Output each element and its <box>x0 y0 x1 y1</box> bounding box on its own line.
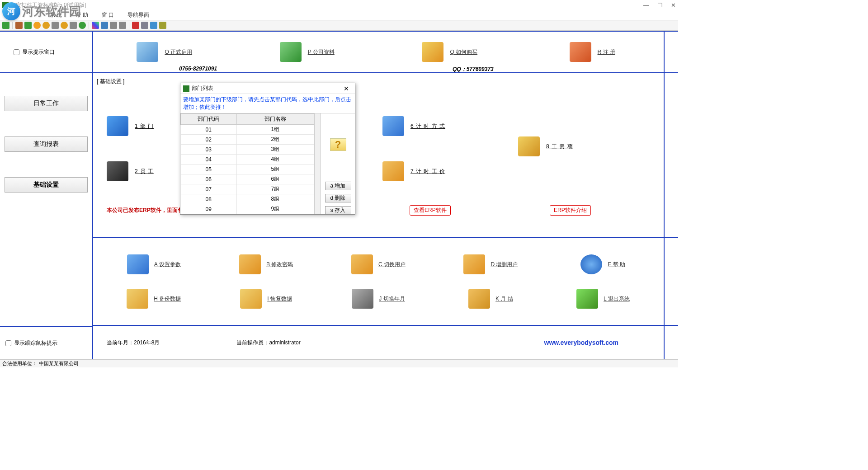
table-row[interactable]: 022组 <box>181 135 314 145</box>
tool-icon[interactable] <box>24 22 32 29</box>
show-hint-checkbox[interactable]: 显示提示窗口 <box>14 48 55 56</box>
tool-icon[interactable] <box>110 22 117 29</box>
dialog-help-icon[interactable]: ? <box>330 138 346 151</box>
nav-backup[interactable]: H 备份数据 <box>98 282 210 316</box>
tool-icon[interactable] <box>70 22 77 29</box>
tool-icon[interactable] <box>52 22 59 29</box>
table-row[interactable]: 099组 <box>181 204 314 214</box>
col-code: 部门代码 <box>181 114 237 125</box>
department-list-dialog: 部门列表 ✕ 要增加某部门的下级部门，请先点击某部门代码，选中此部门，后点击增加… <box>180 83 355 215</box>
restore-icon <box>240 289 262 309</box>
erp-intro-button[interactable]: ERP软件介绍 <box>550 205 591 216</box>
erp-view-button[interactable]: 查看ERP软件 <box>410 205 451 216</box>
dialog-icon <box>183 85 189 92</box>
table-row[interactable]: 088组 <box>181 194 314 204</box>
watermark-logo: 河 河东软件园 <box>2 2 81 20</box>
show-mouse-checkbox[interactable]: 显示跟踪鼠标提示 <box>5 339 57 347</box>
nav-department[interactable]: 1 部 门 <box>107 116 154 136</box>
tool-icon[interactable] <box>150 22 157 29</box>
nav-restore[interactable]: I 恢复数据 <box>210 282 322 316</box>
nav-employee[interactable]: 2 员 工 <box>107 161 154 181</box>
nav-buy[interactable]: Q 如何购买 <box>378 32 521 72</box>
nav-switch-user[interactable]: C 切换用户 <box>322 247 434 282</box>
tool-icon[interactable] <box>79 22 86 29</box>
switch-user-icon <box>351 254 373 274</box>
timing-icon <box>382 116 404 136</box>
sidebar-btn-daily[interactable]: 日常工作 <box>5 96 88 111</box>
menu-nav[interactable]: 导航界面 <box>127 11 149 19</box>
help-icon <box>580 254 602 274</box>
nav-salary-item[interactable]: 8 工 资 项 <box>518 136 573 156</box>
nav-timing-method[interactable]: 6 计 时 方 式 <box>382 116 445 136</box>
table-row[interactable]: 044组 <box>181 155 314 164</box>
tool-icon[interactable] <box>132 22 139 29</box>
table-row[interactable]: 1010组 <box>181 214 314 215</box>
month-icon <box>468 289 490 309</box>
tool-icon[interactable] <box>141 22 148 29</box>
nav-help[interactable]: E 帮 助 <box>547 247 659 282</box>
phone-label: 0755-82971091 <box>179 66 217 72</box>
tool-icon[interactable] <box>42 22 50 29</box>
register-icon <box>570 42 591 62</box>
col-name: 部门名称 <box>236 114 314 125</box>
nav-manage-user[interactable]: D 增删用户 <box>434 247 547 282</box>
company-icon <box>280 42 302 62</box>
table-row[interactable]: 055组 <box>181 164 314 174</box>
calendar-icon <box>352 289 373 309</box>
tool-icon[interactable] <box>119 22 126 29</box>
sidebar-btn-report[interactable]: 查询报表 <box>5 136 88 152</box>
delete-button[interactable]: d 删除 <box>325 194 351 202</box>
save-button[interactable]: s 存入 <box>325 206 351 214</box>
tool-icon[interactable] <box>61 22 68 29</box>
statusbar: 合法使用单位：中国某某有限公司 <box>0 359 678 367</box>
ym-label: 当前年月： <box>107 339 134 347</box>
salary-icon <box>518 136 540 156</box>
department-icon <box>107 116 128 136</box>
op-value: administrator <box>269 339 300 346</box>
nav-exit[interactable]: L 退出系统 <box>547 282 659 316</box>
close-button[interactable]: ✕ <box>671 2 676 9</box>
activate-icon <box>137 42 158 62</box>
table-row[interactable]: 066组 <box>181 174 314 184</box>
nav-company[interactable]: P 公司资料 <box>236 32 379 72</box>
table-row[interactable]: 011组 <box>181 125 314 135</box>
tool-icon[interactable] <box>101 22 108 29</box>
nav-timing-price[interactable]: 7 计 时 工 价 <box>382 161 445 181</box>
tool-icon[interactable] <box>2 22 9 29</box>
section-title: [ 基础设置 ] <box>94 74 127 89</box>
employee-icon <box>107 161 128 181</box>
toolbar <box>0 20 678 31</box>
table-row[interactable]: 033组 <box>181 145 314 155</box>
settings-icon <box>127 254 149 274</box>
nav-switch-ym[interactable]: J 切换年月 <box>322 282 434 316</box>
ym-value: 2016年8月 <box>134 339 160 347</box>
minimize-button[interactable]: — <box>643 2 649 9</box>
dialog-close-button[interactable]: ✕ <box>340 84 352 93</box>
dialog-hint: 要增加某部门的下级部门，请先点击某部门代码，选中此部门，后点击增加；依此类推！ <box>180 94 355 113</box>
password-icon <box>239 254 261 274</box>
op-label: 当前操作员： <box>236 339 269 347</box>
qq-label: QQ：577609373 <box>453 66 494 73</box>
tool-icon[interactable] <box>92 22 99 29</box>
scrollbar[interactable] <box>315 113 321 214</box>
maximize-button[interactable]: ☐ <box>657 2 663 9</box>
nav-settings[interactable]: A 设置参数 <box>98 247 210 282</box>
nav-register[interactable]: R 注 册 <box>521 32 664 72</box>
tool-icon[interactable] <box>15 22 23 29</box>
buy-icon <box>422 42 443 62</box>
dialog-title: 部门列表 <box>192 85 213 92</box>
table-row[interactable]: 077组 <box>181 184 314 194</box>
tool-icon[interactable] <box>33 22 41 29</box>
nav-month-close[interactable]: K 月 结 <box>434 282 547 316</box>
titlebar: 顺安打件工资标准版5.0[试用版] — ☐ ✕ <box>0 0 678 10</box>
price-icon <box>382 161 404 181</box>
nav-password[interactable]: B 修改密码 <box>210 247 322 282</box>
backup-icon <box>127 289 148 309</box>
footer-url[interactable]: www.everybodysoft.com <box>544 339 618 346</box>
exit-icon <box>576 289 598 309</box>
sidebar-btn-basic[interactable]: 基础设置 <box>5 177 88 193</box>
department-table[interactable]: 部门代码 部门名称 011组022组033组044组055组066组077组08… <box>180 113 315 214</box>
add-button[interactable]: a 增加 <box>325 182 351 190</box>
menu-window[interactable]: 窗 口 <box>102 11 114 19</box>
tool-icon[interactable] <box>159 22 166 29</box>
